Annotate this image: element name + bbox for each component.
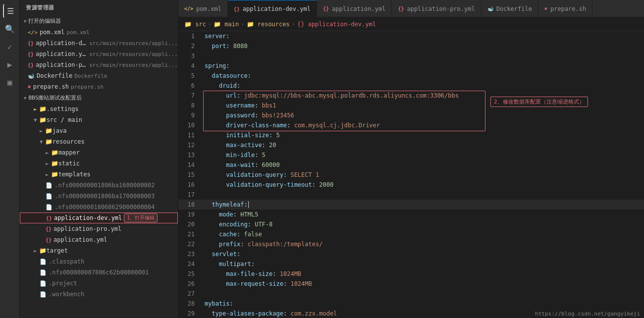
line-content-25[interactable]: max-file-size: 1024MB [201,269,644,279]
folder-java[interactable]: ► 📁 java [20,125,178,136]
line-content-24[interactable]: multipart: [201,259,644,269]
nfs2-label: .nfs000000001806ba1700000003 [54,193,155,200]
line-content-8[interactable]: username: bbs1 [201,101,644,110]
tab-pom[interactable]: </> pom.xml [178,0,228,17]
workbench-file[interactable]: 📄 .workbench [20,289,178,300]
line-content-19[interactable]: mode: HTML5 [201,210,644,219]
line-content-28[interactable]: mybatis: [201,299,644,309]
bc-main[interactable]: 📁 main [214,21,239,28]
mapper-label: mapper [58,149,80,156]
line-content-5[interactable]: datasource: [201,71,644,81]
open-editors-section[interactable]: ▼ 打开的编辑器 [20,15,178,27]
open-file-sh[interactable]: ✖ prepare.sh prepare.sh [20,81,178,92]
sidebar-title: 资源管理器 [20,0,178,15]
project-section[interactable]: ▼ BBS搬站测试改配置后 [20,92,178,104]
folder-target[interactable]: ► 📁 target [20,245,178,256]
nfs-file-2[interactable]: 📄 .nfs000000001806ba1700000003 [20,191,178,202]
open-file-pom[interactable]: </> pom.xml pom.xml [20,27,178,38]
line-content-9[interactable]: password: bbs!23456 [201,110,644,120]
bc-file[interactable]: {} application-dev.yml [297,21,376,28]
extensions-icon[interactable]: ▣ [3,75,17,89]
line-content-1[interactable]: server: [201,31,644,41]
yaml-icon-1: {} [28,41,34,46]
main-editor-area: </> pom.xml {} application-dev.yml {} ap… [178,0,644,318]
tab-docker-icon: 🐋 [487,6,493,11]
line-content-2[interactable]: port: 8080 [201,41,644,51]
open-file-pom-path: pom.xml [66,29,89,36]
tab-app-pro[interactable]: {} application-pro.yml [392,0,481,17]
line-content-20[interactable]: encoding: UTF-8 [201,219,644,229]
line-content-14[interactable]: max-wait: 60000 [201,160,644,170]
line-number-17: 17 [178,190,201,200]
line-content-26[interactable]: max-request-size: 1024MB [201,279,644,289]
tab-sh[interactable]: ✖ prepare.sh [538,0,592,17]
nfs3-label: .nfs000000018068629000000004 [54,204,155,211]
nfs-target-file[interactable]: 📄 .nfs000000007806c62b00000001 [20,267,178,278]
code-line-10: 10 driver-class-name: com.mysql.cj.jdbc.… [178,120,644,130]
open-file-app-pro[interactable]: {} application-pro.yml src/main/resource… [20,59,178,70]
line-content-7[interactable]: url: jdbc:mysql://bbs-abc.mysql.polardb.… [201,91,644,101]
line-content-6[interactable]: druid: [201,81,644,91]
bc-resources[interactable]: 📁 resources [247,21,290,28]
classpath-file[interactable]: 📄 .classpath [20,256,178,267]
target-label: target [47,247,68,254]
editor[interactable]: 1server:2 port: 80803 4spring:5 datasour… [178,31,644,318]
folder-templates[interactable]: ► 📁 templates [20,169,178,180]
file-app-tree[interactable]: {} application.yml [20,234,178,245]
open-file-dockerfile[interactable]: 🐋 Dockerfile Dockerfile [20,70,178,81]
code-line-27: 27 [178,289,644,299]
line-content-15[interactable]: validation-query: SELECT 1 [201,170,644,180]
tab-app-dev[interactable]: {} application-dev.yml [228,0,317,17]
tab-app-pro-icon: {} [398,6,404,11]
code-line-2: 2 port: 8080 [178,41,644,51]
open-file-sh-path: prepare.sh [71,84,104,90]
line-content-11[interactable]: initial-size: 5 [201,130,644,140]
line-content-10[interactable]: driver-class-name: com.mysql.cj.jdbc.Dri… [201,120,644,130]
folder-resources[interactable]: ▼ 📁 resources [20,136,178,147]
project-chevron: ▼ [24,96,26,101]
line-number-7: 7 [178,91,201,101]
tab-app[interactable]: {} application.yml [317,0,392,17]
search-icon[interactable]: 🔍 [3,22,17,36]
line-content-16[interactable]: validation-query-timeout: 2000 [201,180,644,190]
line-number-10: 10 [178,120,201,130]
nfs-file-1[interactable]: 📄 .nfs000000001806ba1600000002 [20,180,178,191]
project-label: BBS搬站测试改配置后 [28,94,82,102]
code-line-4: 4spring: [178,61,644,71]
code-line-20: 20 encoding: UTF-8 [178,219,644,229]
tab-bar: </> pom.xml {} application-dev.yml {} ap… [178,0,644,17]
line-number-27: 27 [178,289,201,299]
open-file-app-dev[interactable]: {} application-dev.yml src/main/resource… [20,38,178,49]
debug-icon[interactable]: ▶ [3,57,17,71]
yaml-icon-3: {} [28,62,34,68]
line-content-3[interactable] [201,51,644,61]
breadcrumb: 📁 src › 📁 main › 📁 resources › {} applic… [178,17,644,31]
folder-static-icon: 📁 [51,160,58,167]
line-content-12[interactable]: max-active: 20 [201,140,644,150]
line-content-13[interactable]: min-idle: 5 [201,150,644,160]
git-icon[interactable]: ✓ [3,40,17,53]
file-app-dev-tree[interactable]: {} application-dev.yml 1、打开编辑 [20,212,178,223]
folder-static[interactable]: ► 📁 static [20,158,178,169]
file-app-pro-tree[interactable]: {} application-pro.yml [20,223,178,234]
code-line-8: 8 username: bbs1 [178,101,644,110]
line-content-23[interactable]: servlet: [201,249,644,259]
project-file[interactable]: 📄 .project [20,278,178,289]
folder-mapper[interactable]: ► 📁 mapper [20,147,178,158]
line-content-4[interactable]: spring: [201,61,644,71]
explorer-icon[interactable]: ☰ [3,4,17,18]
folder-settings[interactable]: ► 📁 .settings [20,104,178,114]
line-content-22[interactable]: prefix: classpath:/templates/ [201,239,644,249]
line-content-17[interactable] [201,190,644,200]
tab-dockerfile[interactable]: 🐋 Dockerfile [482,0,538,17]
line-content-21[interactable]: cache: false [201,229,644,239]
nfs-file-3[interactable]: 📄 .nfs000000018068629000000004 [20,202,178,212]
docker-icon: 🐋 [28,73,35,79]
open-file-app[interactable]: {} application.yml src/main/resources/ap… [20,49,178,59]
folder-java-icon: 📁 [45,127,53,134]
bc-src[interactable]: 📁 src [184,21,206,28]
folder-src-main[interactable]: ▼ 📁 src / main [20,114,178,125]
code-line-23: 23 servlet: [178,249,644,259]
line-content-18[interactable]: thymeleaf: [201,200,644,210]
line-content-27[interactable] [201,289,644,299]
